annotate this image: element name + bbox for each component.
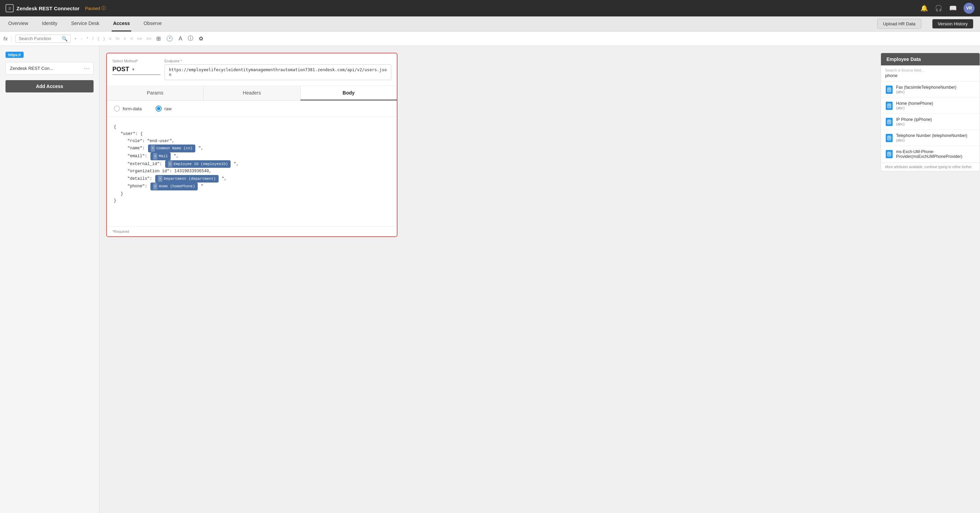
op-lparen[interactable]: ( bbox=[97, 36, 100, 41]
radio-form-data[interactable]: form-data bbox=[114, 105, 142, 112]
top-bar: ☰ Zendesk REST Connector Paused ⓘ 🔔 🎧 📖 … bbox=[0, 0, 980, 16]
top-bar-icons: 🔔 🎧 📖 VR bbox=[920, 3, 975, 14]
radio-raw-circle bbox=[156, 105, 162, 112]
field-info-ip-phone: IP Phone (ipPhone) (abc) bbox=[896, 117, 975, 126]
nav-overview[interactable]: Overview bbox=[7, 16, 29, 32]
nav-identity[interactable]: Identity bbox=[40, 16, 59, 32]
status-badge: Paused ⓘ bbox=[85, 5, 106, 11]
info-icon[interactable]: ⓘ bbox=[186, 35, 195, 42]
method-value: POST bbox=[112, 66, 129, 73]
book-icon[interactable]: 📖 bbox=[949, 5, 957, 12]
grid-icon[interactable]: ⊞ bbox=[155, 35, 162, 42]
radio-raw-label: raw bbox=[164, 106, 172, 111]
op-lte[interactable]: <= bbox=[136, 36, 143, 41]
sidebar: https:// Zendesk REST Con... ⋯ Add Acces… bbox=[0, 46, 99, 513]
text-icon[interactable]: A bbox=[177, 36, 184, 42]
app-title: Zendesk REST Connector bbox=[16, 5, 80, 11]
employee-panel-header: Employee Data bbox=[881, 53, 980, 65]
fx-label: fx bbox=[3, 36, 11, 41]
search-hint: Search a Source field... bbox=[885, 68, 975, 72]
search-icon: 🔍 bbox=[62, 36, 67, 41]
token-department[interactable]: ✕ Department (department) bbox=[155, 175, 218, 183]
employee-field-list: Fax (facsimileTelephoneNumber) (abc) Hom… bbox=[881, 81, 980, 163]
endpoint-input[interactable]: https://employeelifecycleidentitymanagem… bbox=[164, 64, 391, 80]
field-type-ip-phone: (abc) bbox=[896, 122, 975, 126]
field-icon-ms-exch bbox=[886, 150, 892, 158]
employee-search-input[interactable] bbox=[885, 73, 975, 78]
nav-service-desk[interactable]: Service Desk bbox=[70, 16, 101, 32]
method-select[interactable]: POST ▼ bbox=[112, 64, 161, 75]
avatar[interactable]: VR bbox=[964, 3, 975, 14]
url-badge: https:// bbox=[5, 52, 24, 58]
code-line-2: "user": { bbox=[114, 130, 390, 137]
field-ms-exch[interactable]: ms-Exch-UM-Phone-Provider(msExchUMPhoneP… bbox=[881, 146, 980, 163]
radio-raw[interactable]: raw bbox=[156, 105, 172, 112]
connection-menu-dots[interactable]: ⋯ bbox=[84, 65, 89, 71]
method-endpoint-row: Select Method* POST ▼ Endpoint * https:/… bbox=[107, 53, 397, 86]
field-telephone[interactable]: Telephone Number (telephoneNumber) (abc) bbox=[881, 130, 980, 146]
token-common-name[interactable]: ✕ Common Name (cn) bbox=[148, 145, 195, 152]
op-div[interactable]: / bbox=[91, 36, 94, 41]
version-history-button[interactable]: Version History bbox=[932, 19, 973, 29]
right-area: Employee Data Search a Source field... bbox=[874, 46, 980, 513]
field-home[interactable]: Home (homePhone) (abc) bbox=[881, 98, 980, 114]
field-icon-fax bbox=[886, 86, 892, 94]
status-icon: ⓘ bbox=[102, 5, 106, 11]
search-function-wrapper[interactable]: 🔍 bbox=[16, 35, 71, 43]
token-home-phone[interactable]: ✕ Home (homePhone) bbox=[150, 183, 198, 191]
tabs-row: Params Headers Body bbox=[107, 86, 397, 101]
token-employee-id[interactable]: ✕ Employee ID (employeeID) bbox=[165, 160, 231, 168]
op-neq[interactable]: != bbox=[115, 36, 120, 41]
field-info-ms-exch: ms-Exch-UM-Phone-Provider(msExchUMPhoneP… bbox=[896, 149, 975, 159]
endpoint-group: Endpoint * https://employeelifecycleiden… bbox=[164, 59, 391, 80]
field-info-home: Home (homePhone) (abc) bbox=[896, 101, 975, 110]
code-line-4: "name": ✕ Common Name (cn) ", bbox=[114, 145, 390, 152]
op-eq[interactable]: = bbox=[108, 36, 112, 41]
add-access-button[interactable]: Add Access bbox=[5, 80, 94, 92]
code-line-11: } bbox=[114, 197, 390, 204]
code-line-5: "email": ✕ Mail ", bbox=[114, 152, 390, 160]
op-lt[interactable]: < bbox=[129, 36, 134, 41]
op-minus[interactable]: - bbox=[80, 36, 83, 41]
nav-bar: Overview Identity Service Desk Access Ob… bbox=[0, 16, 980, 32]
radio-form-data-circle bbox=[114, 105, 120, 112]
radio-row: form-data raw bbox=[107, 101, 397, 117]
tab-headers[interactable]: Headers bbox=[204, 86, 300, 100]
code-line-6: "external_id": ✕ Employee ID (employeeID… bbox=[114, 160, 390, 168]
field-ip-phone[interactable]: IP Phone (ipPhone) (abc) bbox=[881, 114, 980, 130]
connection-name: Zendesk REST Con... bbox=[10, 66, 53, 71]
flower-icon[interactable]: ✿ bbox=[197, 35, 205, 42]
token-mail[interactable]: ✕ Mail bbox=[150, 152, 171, 160]
clock-icon[interactable]: 🕐 bbox=[165, 35, 174, 42]
op-mult[interactable]: * bbox=[86, 36, 89, 41]
nav-observe[interactable]: Observe bbox=[142, 16, 163, 32]
field-name-ms-exch: ms-Exch-UM-Phone-Provider(msExchUMPhoneP… bbox=[896, 149, 975, 159]
logo-icon: ☰ bbox=[5, 4, 14, 12]
search-function-input[interactable] bbox=[19, 36, 60, 41]
field-name-ip-phone: IP Phone (ipPhone) bbox=[896, 117, 975, 122]
upload-hr-data-button[interactable]: Upload HR Data bbox=[877, 19, 921, 29]
employee-panel-search: Search a Source field... bbox=[881, 65, 980, 81]
employee-panel: Employee Data Search a Source field... bbox=[881, 53, 980, 171]
op-rparen[interactable]: ) bbox=[102, 36, 105, 41]
app-logo: ☰ Zendesk REST Connector bbox=[5, 4, 80, 12]
function-bar: fx 🔍 + - * / ( ) = != > < <= >= ⊞ 🕐 A ⓘ … bbox=[0, 32, 980, 46]
code-line-9: "phone": ✕ Home (homePhone) " bbox=[114, 183, 390, 191]
tab-params[interactable]: Params bbox=[107, 86, 204, 100]
field-fax[interactable]: Fax (facsimileTelephoneNumber) (abc) bbox=[881, 81, 980, 98]
headset-icon[interactable]: 🎧 bbox=[935, 5, 942, 12]
op-gt[interactable]: > bbox=[123, 36, 127, 41]
field-info-fax: Fax (facsimileTelephoneNumber) (abc) bbox=[896, 85, 975, 94]
tab-body[interactable]: Body bbox=[301, 86, 397, 100]
bell-icon[interactable]: 🔔 bbox=[920, 5, 928, 12]
code-editor[interactable]: { "user": { "role": "end-user", "name": … bbox=[107, 117, 397, 226]
method-group: Select Method* POST ▼ bbox=[112, 59, 161, 75]
sidebar-connection[interactable]: Zendesk REST Con... ⋯ bbox=[5, 62, 94, 75]
field-name-fax: Fax (facsimileTelephoneNumber) bbox=[896, 85, 975, 90]
op-plus[interactable]: + bbox=[73, 36, 78, 41]
op-gte[interactable]: >= bbox=[146, 36, 152, 41]
nav-access[interactable]: Access bbox=[112, 16, 131, 32]
main-content: https:// Zendesk REST Con... ⋯ Add Acces… bbox=[0, 46, 980, 513]
field-name-home: Home (homePhone) bbox=[896, 101, 975, 106]
field-name-telephone: Telephone Number (telephoneNumber) bbox=[896, 133, 975, 138]
